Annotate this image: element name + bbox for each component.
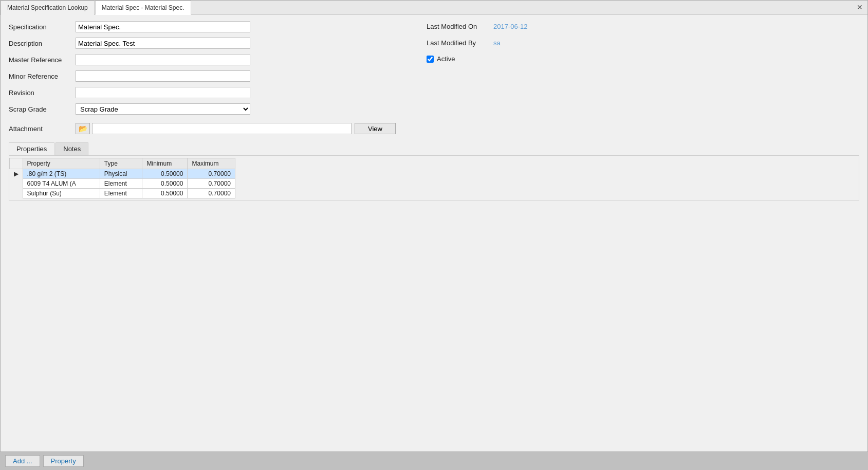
attachment-folder-button[interactable]: 📂 (76, 123, 90, 134)
revision-row: Revision (9, 86, 396, 99)
specification-row: Specification (9, 20, 396, 33)
table-row[interactable]: Sulphur (Su) Element 0.50000 0.70000 (10, 189, 235, 198)
revision-input[interactable] (76, 87, 250, 98)
description-label: Description (9, 40, 76, 47)
revision-label: Revision (9, 89, 76, 97)
minimum-cell: 0.50000 (142, 179, 188, 189)
description-row: Description (9, 37, 396, 50)
indicator-header (10, 158, 23, 169)
minor-reference-input[interactable] (76, 70, 250, 82)
master-reference-input[interactable] (76, 54, 250, 65)
notes-tab[interactable]: Notes (56, 142, 88, 155)
active-checkbox[interactable] (427, 56, 434, 63)
type-column-header: Type (100, 158, 142, 169)
bottom-bar: Add ... Property (0, 451, 868, 470)
minor-reference-label: Minor Reference (9, 73, 76, 80)
attachment-input[interactable] (92, 123, 352, 134)
last-modified-by-row: Last Modified By sa (427, 37, 528, 49)
maximum-cell: 0.70000 (188, 189, 235, 198)
last-modified-on-value: 2017-06-12 (493, 23, 528, 30)
table-row[interactable]: 6009 T4 ALUM (A Element 0.50000 0.70000 (10, 179, 235, 189)
properties-table: Property Type Minimum Maximum ▶ .80 g/m … (9, 158, 235, 198)
tab-material-spec-detail[interactable]: Material Spec - Material Spec. (95, 1, 191, 15)
right-form: Last Modified On 2017-06-12 Last Modifie… (427, 20, 528, 135)
minimum-cell: 0.50000 (142, 189, 188, 198)
row-indicator: ▶ (10, 169, 23, 179)
row-indicator (10, 179, 23, 189)
master-reference-label: Master Reference (9, 56, 76, 64)
tab-material-spec-lookup[interactable]: Material Specification Lookup (1, 1, 95, 15)
maximum-cell: 0.70000 (188, 179, 235, 189)
scrap-grade-select[interactable]: Scrap Grade (76, 103, 250, 115)
last-modified-by-value: sa (493, 39, 501, 47)
maximum-cell: 0.70000 (188, 169, 235, 179)
maximum-column-header: Maximum (188, 158, 235, 169)
type-cell: Element (100, 189, 142, 198)
scrap-grade-label: Scrap Grade (9, 105, 76, 113)
form-section: Specification Description Master Referen… (9, 20, 859, 135)
tabs-section: Properties Notes Property Type Minimum M… (9, 142, 859, 201)
attachment-row: Attachment 📂 View (9, 122, 396, 135)
minimum-column-header: Minimum (142, 158, 188, 169)
left-form: Specification Description Master Referen… (9, 20, 396, 135)
properties-tab-content: Property Type Minimum Maximum ▶ .80 g/m … (9, 156, 859, 201)
title-bar: Material Specification Lookup Material S… (1, 1, 867, 15)
content-tab-strip: Properties Notes (9, 142, 859, 156)
main-content: Specification Description Master Referen… (1, 15, 867, 469)
row-indicator (10, 189, 23, 198)
table-row[interactable]: ▶ .80 g/m 2 (TS) Physical 0.50000 0.7000… (10, 169, 235, 179)
scrap-grade-row: Scrap Grade Scrap Grade (9, 102, 396, 116)
property-cell: .80 g/m 2 (TS) (23, 169, 100, 179)
type-cell: Element (100, 179, 142, 189)
last-modified-by-label: Last Modified By (427, 39, 493, 47)
active-label: Active (437, 55, 455, 63)
specification-input[interactable] (76, 21, 250, 32)
main-window: Material Specification Lookup Material S… (0, 0, 868, 470)
last-modified-on-label: Last Modified On (427, 23, 493, 30)
close-button[interactable]: ✕ (855, 3, 864, 12)
minor-reference-row: Minor Reference (9, 69, 396, 83)
specification-label: Specification (9, 23, 76, 31)
property-cell: 6009 T4 ALUM (A (23, 179, 100, 189)
description-input[interactable] (76, 38, 250, 49)
type-cell: Physical (100, 169, 142, 179)
properties-tab[interactable]: Properties (9, 142, 54, 155)
add-button[interactable]: Add ... (5, 455, 40, 467)
minimum-cell: 0.50000 (142, 169, 188, 179)
property-column-header: Property (23, 158, 100, 169)
master-reference-row: Master Reference (9, 53, 396, 66)
attachment-label: Attachment (9, 125, 76, 133)
active-row: Active (427, 55, 528, 63)
last-modified-on-row: Last Modified On 2017-06-12 (427, 20, 528, 32)
view-button[interactable]: View (355, 123, 396, 134)
property-cell: Sulphur (Su) (23, 189, 100, 198)
folder-icon: 📂 (79, 124, 87, 133)
property-button[interactable]: Property (43, 455, 84, 467)
